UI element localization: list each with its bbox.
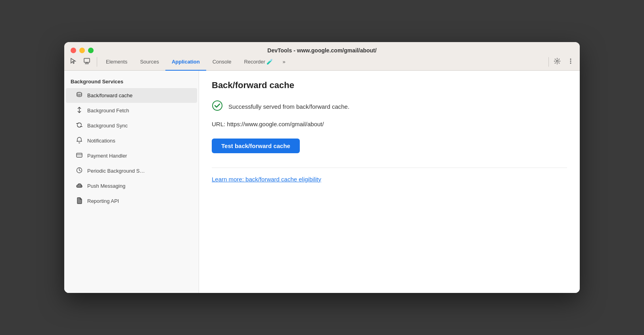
section-divider xyxy=(212,168,567,168)
sidebar-item-reporting-api[interactable]: Reporting API xyxy=(66,194,197,208)
toolbar-icons xyxy=(67,56,93,68)
success-check-icon xyxy=(212,100,223,113)
tab-sources[interactable]: Sources xyxy=(134,53,165,71)
sidebar-item-periodic-background-sync[interactable]: Periodic Background S… xyxy=(66,164,197,178)
sidebar: Background Services Back/forward cache xyxy=(64,71,199,293)
tab-console[interactable]: Console xyxy=(206,53,238,71)
sidebar-item-label: Reporting API xyxy=(87,198,119,204)
tab-recorder[interactable]: Recorder 🧪 xyxy=(238,53,279,71)
sidebar-item-label: Payment Handler xyxy=(87,153,127,159)
sidebar-item-push-messaging[interactable]: Push Messaging xyxy=(66,179,197,193)
svg-point-4 xyxy=(570,58,571,60)
toolbar-divider xyxy=(97,57,97,67)
close-button[interactable] xyxy=(71,48,76,53)
sidebar-item-label: Periodic Background S… xyxy=(87,168,145,174)
more-dots-icon xyxy=(567,58,574,66)
svg-point-12 xyxy=(213,101,222,110)
learn-more-link[interactable]: Learn more: back/forward cache eligibili… xyxy=(212,176,321,183)
status-text: Successfully served from back/forward ca… xyxy=(228,103,349,110)
svg-rect-9 xyxy=(77,153,82,157)
gear-icon xyxy=(554,58,561,66)
main-content: Background Services Back/forward cache xyxy=(64,71,580,293)
payment-icon xyxy=(75,152,83,160)
tab-bar: Elements Sources Application Console Rec… xyxy=(64,53,580,71)
cursor-icon xyxy=(70,58,77,66)
detail-panel: Back/forward cache Successfully served f… xyxy=(199,71,580,293)
traffic-lights xyxy=(71,48,94,53)
url-label: URL: xyxy=(212,121,225,127)
database-icon xyxy=(75,91,83,100)
document-icon xyxy=(75,197,83,205)
svg-rect-1 xyxy=(85,63,88,64)
devtools-window: DevTools - www.google.com/gmail/about/ xyxy=(64,42,580,293)
maximize-button[interactable] xyxy=(88,48,94,53)
sidebar-item-background-fetch[interactable]: Background Fetch xyxy=(66,103,197,118)
tab-more-button[interactable]: » xyxy=(279,53,288,71)
url-row: URL: https://www.google.com/gmail/about/ xyxy=(212,121,567,127)
sidebar-item-label: Back/forward cache xyxy=(87,92,132,98)
sidebar-item-back-forward-cache[interactable]: Back/forward cache xyxy=(66,88,197,103)
svg-point-7 xyxy=(77,92,82,94)
cloud-icon xyxy=(75,182,83,190)
sidebar-item-notifications[interactable]: Notifications xyxy=(66,133,197,148)
inspect-icon xyxy=(83,58,90,66)
test-cache-button[interactable]: Test back/forward cache xyxy=(212,139,300,153)
svg-point-6 xyxy=(570,62,571,64)
svg-point-5 xyxy=(570,60,571,62)
cursor-tool-button[interactable] xyxy=(67,56,79,68)
sidebar-section-title: Background Services xyxy=(64,77,199,88)
title-bar: DevTools - www.google.com/gmail/about/ xyxy=(64,42,580,53)
tab-elements[interactable]: Elements xyxy=(100,53,134,71)
sidebar-item-label: Background Sync xyxy=(87,123,128,129)
sidebar-item-label: Notifications xyxy=(87,138,115,144)
settings-button[interactable] xyxy=(551,56,563,68)
status-row: Successfully served from back/forward ca… xyxy=(212,100,567,113)
fetch-icon xyxy=(75,106,83,115)
svg-rect-0 xyxy=(84,58,90,62)
bell-icon xyxy=(75,137,83,145)
url-value: https://www.google.com/gmail/about/ xyxy=(227,121,324,127)
window-title: DevTools - www.google.com/gmail/about/ xyxy=(267,47,376,54)
sync-icon xyxy=(75,121,83,130)
sidebar-item-label: Background Fetch xyxy=(87,108,129,114)
more-options-button[interactable] xyxy=(565,56,577,68)
inspect-tool-button[interactable] xyxy=(81,56,93,68)
tab-bar-right xyxy=(551,56,577,68)
tab-application[interactable]: Application xyxy=(165,53,206,71)
svg-point-3 xyxy=(556,60,558,62)
sidebar-item-label: Push Messaging xyxy=(87,183,125,189)
sidebar-item-payment-handler[interactable]: Payment Handler xyxy=(66,148,197,163)
sidebar-item-background-sync[interactable]: Background Sync xyxy=(66,118,197,133)
clock-icon xyxy=(75,167,83,175)
minimize-button[interactable] xyxy=(79,48,85,53)
right-divider xyxy=(548,57,549,67)
detail-title: Back/forward cache xyxy=(212,80,567,90)
